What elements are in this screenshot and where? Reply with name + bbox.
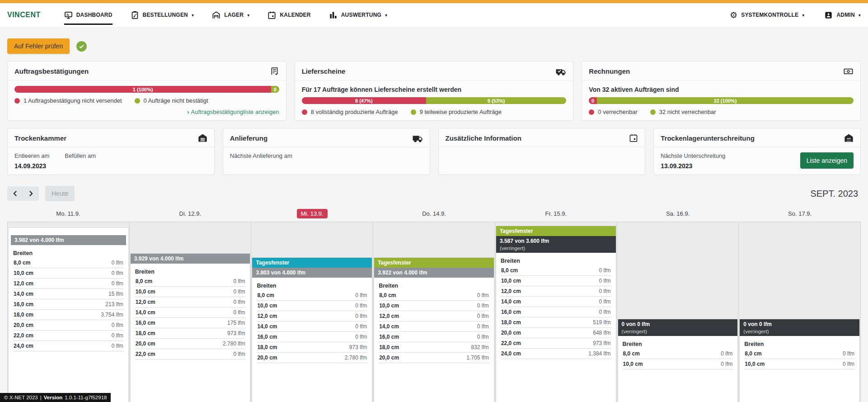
day-event-box[interactable]: 3.982 von 4.000 lfmBreiten8,0 cm0 lfm10,… [8,227,129,402]
show-list-button[interactable]: Liste anzeigen [800,152,854,169]
truck-icon [413,133,423,143]
breite-value: 0 lfm [112,260,123,266]
legend-text: 0 Aufträge nicht bestätigt [144,97,208,104]
card-title: Anlieferung [230,134,267,142]
breite-value: 0 lfm [599,288,611,294]
day-column-2[interactable]: Tagesfenster3.803 von 4.000 lfmBreiten8,… [251,222,373,402]
chevron-down-icon: ▾ [247,13,249,18]
nav-item-admin[interactable]: ADMIN ▾ [824,3,861,27]
stat-cards-row: Auftragsbestätigungen 1 (100%)0 1 Auftra… [0,61,868,121]
capacity-text: 0 von 0 lfm [622,321,734,327]
tagesfenster-bar: Tagesfenster [496,226,616,236]
confirmation-list-link[interactable]: ›Auftragsbestätigungliste anzeigen [14,109,279,115]
breite-row: 20,0 cm2.780 lfm [135,339,246,349]
breite-row: 22,0 cm0 lfm [13,331,124,341]
card-trockenkammer: Trockenkammer Entleeren am 14.09.2023 Be… [7,128,215,175]
breite-row: 22,0 cm973 lfm [501,338,611,349]
day-header-1: Di. 12.9. [129,208,251,222]
breite-value: 213 lfm [105,301,123,307]
today-button[interactable]: Heute [45,186,75,201]
nav-item-dashboard[interactable]: DASHBOARD [64,3,113,27]
day-header-3: Do. 14.9. [373,208,495,222]
breite-width: 12,0 cm [257,313,277,319]
progress-bar: 8 (47%)9 (53%) [302,97,567,104]
card-body: Nächste Unterschreitung 13.09.2023 Liste… [654,147,860,175]
nav-item-systemkontrolle[interactable]: ⚙ SYSTEMKONTROLLE ▾ [730,3,804,27]
breite-row: 10,0 cm0 lfm [257,301,367,311]
card-body [439,147,645,157]
breite-width: 18,0 cm [501,319,521,326]
breite-width: 24,0 cm [14,343,33,349]
breite-width: 14,0 cm [14,291,33,297]
breite-width: 14,0 cm [501,298,521,305]
breite-value: 973 lfm [593,340,610,346]
breite-row: 16,0 cm175 lfm [135,318,246,328]
breite-value: 0 lfm [843,350,854,357]
breite-row: 10,0 cm0 lfm [744,359,855,369]
breite-width: 10,0 cm [501,278,521,284]
breite-width: 16,0 cm [136,320,155,326]
nav-item-bestellungen[interactable]: BESTELLUNGEN ▾ [131,3,194,27]
day-column-5[interactable]: 0 von 0 lfm(verringert)Breiten8,0 cm0 lf… [617,222,739,402]
day-column-3[interactable]: Tagesfenster3.922 von 4.000 lfmBreiten8,… [373,222,495,402]
field-value: 13.09.2023 [661,162,725,170]
next-week-button[interactable] [23,186,39,201]
breite-width: 20,0 cm [257,355,277,361]
breite-width: 18,0 cm [257,344,277,350]
capacity-bar: 0 von 0 lfm(verringert) [740,319,859,336]
breite-value: 0 lfm [477,303,489,309]
breite-width: 24,0 cm [501,350,521,357]
field-label: Nächste Unterschreitung [661,152,725,159]
day-event-box[interactable]: Tagesfenster3.587 von 3.600 lfm(verringe… [496,226,616,402]
field-entleeren: Entleeren am 14.09.2023 [14,152,49,170]
day-column-1[interactable]: 3.929 von 4.000 lfmBreiten8,0 cm0 lfm10,… [130,222,252,402]
capacity-reduced-label: (verringert) [500,246,612,251]
nav-item-kalender[interactable]: KALENDER [267,3,310,27]
day-column-0[interactable]: 3.982 von 4.000 lfmBreiten8,0 cm0 lfm10,… [7,222,130,402]
day-event-box[interactable]: 3.929 von 4.000 lfmBreiten8,0 cm0 lfm10,… [130,253,251,402]
breite-row: 24,0 cm1.384 lfm [501,349,611,359]
day-column-4[interactable]: Tagesfenster3.587 von 3.600 lfm(verringe… [495,222,617,402]
day-event-box[interactable]: Tagesfenster3.922 von 4.000 lfmBreiten8,… [374,257,494,402]
legend-text: 32 nicht verrechenbar [659,109,716,115]
breite-width: 10,0 cm [623,361,643,367]
breiten-table: Breiten8,0 cm0 lfm10,0 cm0 lfm12,0 cm0 l… [374,278,494,366]
calendar-pager [7,186,39,201]
prev-week-button[interactable] [7,186,23,201]
breite-row: 12,0 cm0 lfm [13,279,124,289]
app-logo[interactable]: VINCENT [7,11,41,19]
card-anlieferung: Anlieferung Nächste Anlieferung am [223,128,430,175]
card-header: Anlieferung [223,128,430,147]
garage-icon [198,133,207,143]
day-event-box[interactable]: 0 von 0 lfm(verringert)Breiten8,0 cm0 lf… [739,319,860,402]
capacity-text: 3.929 von 4.000 lfm [134,255,247,262]
breite-row: 8,0 cm0 lfm [623,349,733,359]
card-body: 1 (100%)0 1 Auftragsbestätigung nicht ve… [8,80,286,120]
day-event-box[interactable]: Tagesfenster3.803 von 4.000 lfmBreiten8,… [252,257,372,402]
banknote-icon [843,66,854,76]
day-column-6[interactable]: 0 von 0 lfm(verringert)Breiten8,0 cm0 lf… [739,222,861,402]
breite-row: 8,0 cm0 lfm [257,290,367,301]
day-event-box[interactable]: 0 von 0 lfm(verringert)Breiten8,0 cm0 lf… [618,319,738,402]
card-lieferscheine: Lieferscheine Für 17 Aufträge können Lie… [295,61,574,121]
breite-value: 0 lfm [477,313,489,319]
card-lead-text: Für 17 Aufträge können Lieferscheine ers… [302,86,567,93]
green-dot-icon [650,109,656,115]
breite-row: 16,0 cm0 lfm [379,332,489,342]
user-icon [824,11,833,19]
breite-row: 20,0 cm0 lfm [13,320,124,331]
check-errors-button[interactable]: Auf Fehler prüfen [7,38,70,54]
card-rechnungen: Rechnungen Von 32 aktiven Aufträgen sind… [582,61,861,121]
legend-item: 0 verrechenbar [589,109,637,115]
breite-value: 2.780 lfm [345,355,367,361]
breite-row: 12,0 cm0 lfm [257,311,367,322]
breite-value: 0 lfm [112,322,123,328]
legend-item: 9 teilweise produzierte Aufträge [411,109,502,115]
nav-item-auswertung[interactable]: AUSWERTUNG ▾ [329,3,388,27]
breite-value: 0 lfm [599,309,611,315]
day-header-2: Mi. 13.9. [251,208,373,222]
progress-segment-green: 0 [271,86,279,93]
chevron-right-icon: › [187,109,189,115]
nav-item-lager[interactable]: LAGER ▾ [212,3,249,27]
capacity-text: 3.803 von 4.000 lfm [256,270,368,276]
